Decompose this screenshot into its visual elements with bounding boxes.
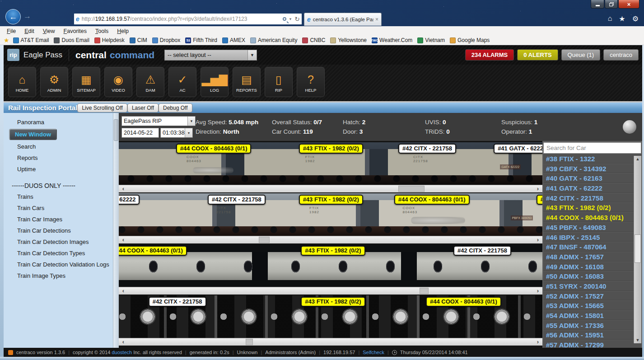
car-list-item[interactable]: #38 FTIX - 1322: [543, 154, 641, 164]
queue-button[interactable]: Queue (1): [561, 49, 601, 61]
sidebar-item[interactable]: Train Car Detection Validation Logs: [4, 259, 113, 270]
toolbar-button[interactable]: ▦ SITEMAP: [72, 67, 100, 97]
sidebar-item[interactable]: Train Car Detection Images: [4, 236, 113, 248]
scroll-left-icon[interactable]: ‹: [120, 287, 127, 294]
menu-item[interactable]: View: [43, 28, 55, 34]
toolbar-button[interactable]: ▤ REPORTS: [233, 67, 261, 97]
portal-toggle-button[interactable]: Debug Off: [159, 103, 192, 112]
sidebar-item[interactable]: New Window: [9, 129, 57, 140]
car-list-item[interactable]: #52 ADMX - 17527: [543, 291, 641, 301]
menu-item[interactable]: File: [7, 28, 16, 34]
toolbar-button[interactable]: ▯ RIP: [265, 67, 293, 97]
sidebar-item[interactable]: Reports: [4, 152, 113, 164]
car-list-item[interactable]: #49 ADMX - 16108: [543, 262, 641, 271]
scroll-right-icon[interactable]: ›: [534, 338, 541, 345]
car-list-item[interactable]: #40 GATX - 62163: [543, 173, 641, 183]
scroll-up-icon[interactable]: ▲: [634, 157, 641, 161]
car-label[interactable]: #44 COOX - 804463 (0/1): [394, 195, 470, 205]
favorites-star-icon[interactable]: ★: [4, 37, 9, 44]
car-list-item[interactable]: #43 FTIX - 1982 (0/2): [543, 202, 641, 212]
favorite-link[interactable]: Vietnam: [417, 37, 445, 43]
sidebar-item[interactable]: Panorama: [4, 117, 113, 128]
car-list-scrollbar[interactable]: ▲ ▼: [634, 156, 641, 343]
browser-tab[interactable]: e centraco v1.3.6 (Eagle Pass) ×: [304, 13, 382, 26]
scroll-left-icon[interactable]: ‹: [120, 185, 127, 192]
selfcheck-link[interactable]: Selfcheck: [363, 350, 384, 355]
strip-scrollbar[interactable]: ‹ ›: [119, 185, 542, 192]
car-list-item[interactable]: #41 GATX - 62222: [543, 183, 641, 193]
sidebar-item[interactable]: Train Image Types: [4, 270, 113, 281]
forward-button[interactable]: →: [23, 12, 31, 21]
car-label[interactable]: #43 FTIX - 1982 (0/2): [301, 246, 365, 256]
centraco-button[interactable]: centraco: [603, 49, 639, 61]
car-list-item[interactable]: #54 ADMX - 15801: [543, 310, 641, 320]
car-label[interactable]: #43 FTIX - 1982 (0/2): [299, 195, 363, 205]
toolbar-button[interactable]: ⌂ HOME: [8, 67, 36, 97]
toolbar-button[interactable]: ✓ AC: [168, 67, 196, 97]
sidebar-item[interactable]: Uptime: [4, 164, 113, 175]
scrollbar-thumb[interactable]: [420, 288, 429, 294]
portal-toggle-button[interactable]: Live Scrolling Off: [77, 103, 127, 112]
scrollbar-thumb[interactable]: [259, 237, 270, 243]
scrollbar-thumb[interactable]: [246, 339, 253, 345]
favorite-link[interactable]: Dropbox: [152, 37, 180, 43]
menu-item[interactable]: Favorites: [64, 28, 87, 34]
car-list-item[interactable]: #57 ADMX - 17299: [543, 340, 641, 348]
sidebar-item[interactable]: Train Car Detection Types: [4, 248, 113, 259]
favorite-link[interactable]: Duos Email: [54, 37, 89, 43]
strip-scrollbar[interactable]: ‹ ›: [119, 338, 542, 346]
car-label[interactable]: #42 CITX - 221758: [453, 246, 511, 256]
car-list-item[interactable]: #46 IBPX - 25145: [543, 232, 641, 242]
chevron-down-icon[interactable]: ▾: [289, 17, 292, 21]
favorite-link[interactable]: American Equity: [250, 37, 297, 43]
scrollbar-thumb[interactable]: [114, 119, 118, 141]
portal-toggle-button[interactable]: Laser Off: [127, 103, 159, 112]
menu-item[interactable]: Tools: [95, 28, 108, 34]
sidebar-scrollbar[interactable]: [113, 113, 119, 348]
toolbar-button[interactable]: ⚠ DAM: [136, 67, 164, 97]
refresh-icon[interactable]: ↻: [294, 16, 300, 22]
minimize-button[interactable]: [591, 0, 604, 9]
favorite-link[interactable]: AT&T Email: [13, 37, 49, 43]
tab-close-icon[interactable]: ×: [375, 16, 378, 23]
car-label[interactable]: #42 CITX - 221758: [398, 144, 456, 154]
back-button[interactable]: ←: [5, 9, 21, 24]
sidebar-item[interactable]: Search: [4, 141, 113, 152]
sidebar-item[interactable]: Train Car Images: [4, 214, 113, 225]
car-label[interactable]: #41 GATX - 62222: [494, 144, 542, 154]
alarms-button[interactable]: 234 ALARMS: [465, 49, 514, 61]
home-icon[interactable]: ⌂: [608, 14, 612, 23]
search-icon[interactable]: [283, 17, 286, 21]
car-label[interactable]: #42 CITX - 221758: [149, 297, 206, 307]
toolbar-button[interactable]: ◉ VIDEO: [104, 67, 132, 97]
strip-scrollbar[interactable]: ‹ ›: [119, 287, 542, 295]
time-select[interactable]: 01:03:38 ▾: [160, 128, 193, 138]
alerts-button[interactable]: 0 ALERTS: [517, 49, 558, 61]
sidebar-item[interactable]: Train Cars: [4, 202, 113, 214]
car-list-item[interactable]: #45 PBFX - 649083: [543, 222, 641, 232]
scrollbar-thumb[interactable]: [398, 186, 425, 192]
car-label[interactable]: #44 COOX - 804463 (0/1): [119, 246, 187, 256]
favorite-link[interactable]: Helpdesk: [94, 37, 125, 43]
favorite-link[interactable]: CIM: [130, 37, 147, 43]
scroll-right-icon[interactable]: ›: [534, 236, 541, 243]
toolbar-button[interactable]: ? HELP: [297, 67, 325, 97]
car-list-item[interactable]: #51 SYRX - 200140: [543, 281, 641, 291]
favorite-link[interactable]: 53 Fifth Third: [185, 37, 217, 43]
car-list-item[interactable]: #44 COOX - 804463 (0/1): [543, 212, 641, 222]
settings-gear-icon[interactable]: ⚙: [632, 14, 639, 23]
car-list-item[interactable]: #39 CBFX - 314392: [543, 164, 641, 173]
car-label[interactable]: #42 CITX - 221758: [208, 195, 266, 205]
menu-item[interactable]: Help: [117, 28, 129, 34]
menu-item[interactable]: Edit: [24, 28, 34, 34]
scroll-right-icon[interactable]: ›: [534, 185, 541, 192]
favorite-link[interactable]: AMEX: [222, 37, 245, 43]
site-select[interactable]: EaglePass RIP ▼: [121, 116, 196, 126]
favorite-link[interactable]: Yellowstone: [330, 37, 367, 43]
date-input[interactable]: [121, 128, 159, 138]
car-label[interactable]: #45 PBFX - 649083: [537, 195, 542, 205]
close-button[interactable]: ×: [618, 0, 639, 9]
car-list-item[interactable]: #55 ADMX - 17336: [543, 320, 641, 330]
car-label[interactable]: #41 GATX - 62222: [119, 195, 140, 205]
car-list-item[interactable]: #48 ADMX - 17657: [543, 252, 641, 262]
